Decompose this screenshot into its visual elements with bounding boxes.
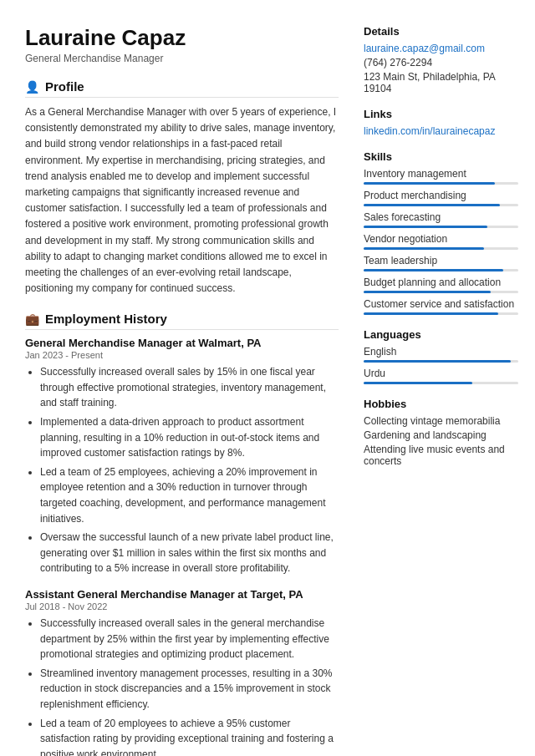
language-bar-fill — [364, 382, 472, 384]
job-bullet: Implemented a data-driven approach to pr… — [40, 414, 339, 461]
skill-item: Budget planning and allocation — [364, 277, 518, 293]
skill-item: Team leadership — [364, 255, 518, 271]
skill-bar-background — [364, 204, 518, 206]
employment-icon: 💼 — [25, 312, 39, 326]
hobby-item: Collecting vintage memorabilia — [364, 415, 518, 427]
skill-item: Product merchandising — [364, 190, 518, 206]
skill-bar-fill — [364, 312, 498, 315]
language-bar-background — [364, 360, 518, 363]
skill-bar-fill — [364, 247, 484, 250]
hobbies-title: Hobbies — [364, 398, 518, 410]
skills-title: Skills — [364, 150, 518, 163]
candidate-title: General Merchandise Manager — [25, 53, 339, 64]
details-section: Details lauraine.capaz@gmail.com (764) 2… — [364, 25, 518, 94]
skill-bar-background — [364, 247, 518, 250]
profile-section: 👤 Profile As a General Merchandise Manag… — [25, 79, 339, 297]
job-date: Jan 2023 - Present — [25, 350, 339, 360]
job-bullet: Led a team of 20 employees to achieve a … — [40, 716, 339, 756]
skill-bar-background — [364, 182, 518, 185]
skill-item: Inventory management — [364, 168, 518, 185]
job-title: General Merchandise Manager at Walmart, … — [25, 337, 339, 349]
job-date: Jul 2018 - Nov 2022 — [25, 601, 339, 611]
job-title: Assistant General Merchandise Manager at… — [25, 588, 339, 601]
job-bullet: Oversaw the successful launch of a new p… — [40, 530, 339, 576]
skill-name: Product merchandising — [364, 190, 518, 201]
details-title: Details — [364, 25, 518, 38]
languages-title: Languages — [364, 328, 518, 341]
skill-name: Budget planning and allocation — [364, 277, 518, 288]
skill-item: Vendor negotiation — [364, 233, 518, 250]
profile-section-title: 👤 Profile — [25, 79, 339, 98]
skill-bar-fill — [364, 226, 487, 228]
candidate-name: Lauraine Capaz — [25, 25, 339, 51]
job-bullet: Successfully increased overall sales by … — [40, 364, 339, 411]
language-item: Urdu — [364, 368, 518, 384]
language-name: English — [364, 346, 518, 358]
skills-section: Skills Inventory managementProduct merch… — [364, 150, 518, 315]
employment-section: 💼 Employment History General Merchandise… — [25, 312, 339, 756]
skill-name: Sales forecasting — [364, 211, 518, 223]
skill-bar-background — [364, 291, 518, 293]
skill-name: Inventory management — [364, 168, 518, 180]
languages-section: Languages EnglishUrdu — [364, 328, 518, 384]
employment-section-title: 💼 Employment History — [25, 312, 339, 330]
language-bar-fill — [364, 360, 511, 363]
skill-bar-fill — [364, 291, 491, 293]
job-item: Assistant General Merchandise Manager at… — [25, 588, 339, 756]
skill-name: Customer service and satisfaction — [364, 298, 518, 310]
language-bar-background — [364, 382, 518, 384]
details-email[interactable]: lauraine.capaz@gmail.com — [364, 43, 518, 54]
skill-bar-background — [364, 226, 518, 228]
skill-bar-background — [364, 269, 518, 271]
profile-icon: 👤 — [25, 80, 39, 94]
hobby-item: Attending live music events and concerts — [364, 444, 518, 467]
links-section: Links linkedin.com/in/laurainecapaz — [364, 108, 518, 137]
job-bullet: Led a team of 25 employees, achieving a … — [40, 464, 339, 526]
skill-item: Customer service and satisfaction — [364, 298, 518, 315]
job-item: General Merchandise Manager at Walmart, … — [25, 337, 339, 576]
skill-name: Vendor negotiation — [364, 233, 518, 245]
resume-header: Lauraine Capaz General Merchandise Manag… — [25, 25, 339, 64]
language-item: English — [364, 346, 518, 363]
skill-bar-fill — [364, 204, 500, 206]
details-phone: (764) 276-2294 — [364, 57, 518, 68]
skill-item: Sales forecasting — [364, 211, 518, 228]
profile-text: As a General Merchandise Manager with ov… — [25, 104, 339, 297]
skill-bar-fill — [364, 182, 495, 185]
links-title: Links — [364, 108, 518, 120]
hobbies-section: Hobbies Collecting vintage memorabiliaGa… — [364, 398, 518, 467]
linkedin-link[interactable]: linkedin.com/in/laurainecapaz — [364, 125, 518, 137]
hobby-item: Gardening and landscaping — [364, 429, 518, 441]
skill-bar-background — [364, 312, 518, 315]
skill-name: Team leadership — [364, 255, 518, 266]
job-bullet: Successfully increased overall sales in … — [40, 616, 339, 662]
skill-bar-fill — [364, 269, 503, 271]
details-address: 123 Main St, Philadelphia, PA 19104 — [364, 71, 518, 94]
job-bullet: Streamlined inventory management process… — [40, 666, 339, 713]
language-name: Urdu — [364, 368, 518, 379]
